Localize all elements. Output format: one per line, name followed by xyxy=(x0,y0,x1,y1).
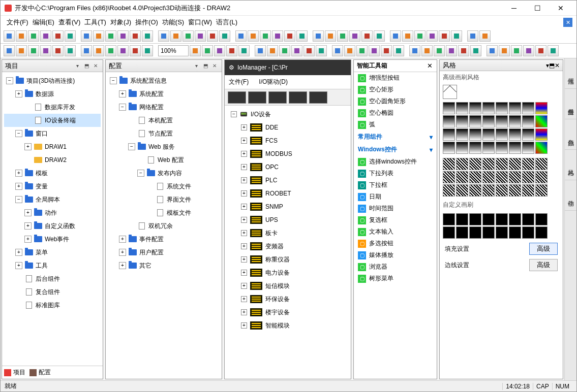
brush-swatch[interactable] xyxy=(496,226,508,239)
toolbox-item[interactable]: ▢下拉列表 xyxy=(354,168,437,179)
tree-item[interactable]: 双机冗余 xyxy=(108,219,220,233)
toolbox-item[interactable]: ▢增强型按钮 xyxy=(354,72,437,84)
toolbox-close-icon[interactable]: ✕ xyxy=(426,62,434,70)
toolbar-button[interactable] xyxy=(434,45,445,56)
toolbar-button[interactable] xyxy=(260,30,271,42)
toolbar-button[interactable] xyxy=(93,45,104,56)
brush-swatch[interactable] xyxy=(496,158,508,170)
io-device-item[interactable]: +板卡 xyxy=(227,226,349,240)
toolbox-item[interactable]: ▢空心椭圆 xyxy=(354,107,437,119)
io-device-item[interactable]: +环保设备 xyxy=(227,292,349,306)
toolbar-button[interactable] xyxy=(332,45,343,56)
brush-swatch[interactable] xyxy=(535,115,548,127)
toolbox-category[interactable]: Windows控件▾ xyxy=(354,143,437,156)
brush-swatch[interactable] xyxy=(469,171,481,183)
brush-swatch[interactable] xyxy=(482,115,495,127)
toolbar-button[interactable] xyxy=(279,45,290,56)
toolbar-button[interactable] xyxy=(548,45,559,56)
brush-swatch[interactable] xyxy=(496,184,508,197)
toolbar-button[interactable] xyxy=(4,45,15,56)
brush-swatch[interactable] xyxy=(509,158,521,170)
toolbar-button[interactable] xyxy=(40,45,51,56)
toolbar-button[interactable] xyxy=(487,45,498,56)
brush-swatch[interactable] xyxy=(469,184,481,197)
tree-item[interactable]: −发布内容 xyxy=(108,167,220,180)
toolbar-button[interactable] xyxy=(219,30,230,42)
brush-swatch[interactable] xyxy=(522,102,534,114)
toolbar-button[interactable] xyxy=(93,30,104,42)
menu-窗口(W)[interactable]: 窗口(W) xyxy=(186,17,214,27)
io-device-item[interactable]: +DDE xyxy=(227,121,349,134)
tree-item[interactable]: +用户配置 xyxy=(108,246,220,259)
toolbar-button[interactable] xyxy=(183,30,194,42)
io-device-item[interactable]: +MODBUS xyxy=(227,147,349,160)
toolbar-button[interactable] xyxy=(142,30,153,42)
io-root[interactable]: −📟I/O设备 xyxy=(227,108,349,121)
brush-swatch[interactable] xyxy=(535,102,548,114)
io-tool-4[interactable] xyxy=(289,91,307,104)
panel-close-icon[interactable]: ✕ xyxy=(92,62,100,70)
tree-item[interactable]: 标准图库 xyxy=(4,299,101,312)
toolbar-button[interactable] xyxy=(511,45,522,56)
menu-工具(T)[interactable]: 工具(T) xyxy=(82,17,108,27)
io-tool-2[interactable] xyxy=(248,91,266,104)
toolbar-button[interactable] xyxy=(170,30,181,42)
toolbar-button[interactable] xyxy=(414,30,426,42)
pin-icon[interactable]: ⬒ xyxy=(201,62,209,70)
side-tab[interactable]: 颜色 xyxy=(565,119,576,150)
brush-swatch[interactable] xyxy=(469,142,481,154)
brush-swatch[interactable] xyxy=(496,142,508,154)
tree-item[interactable]: 节点配置 xyxy=(108,127,220,140)
brush-swatch[interactable] xyxy=(456,213,468,225)
brush-swatch[interactable] xyxy=(443,184,455,197)
toolbar-button[interactable] xyxy=(470,45,481,56)
brush-swatch[interactable] xyxy=(535,171,548,183)
side-tab[interactable]: 属性 xyxy=(565,58,576,89)
tree-item[interactable]: −窗口 xyxy=(4,127,101,140)
brush-swatch[interactable] xyxy=(535,128,548,141)
tree-item[interactable]: −Web 服务 xyxy=(108,140,220,153)
toolbar-button[interactable] xyxy=(214,45,225,56)
toolbox-item[interactable]: ▢弧 xyxy=(354,119,437,130)
toolbar-button[interactable] xyxy=(52,30,64,42)
tree-item[interactable]: +动作 xyxy=(4,206,101,219)
tree-item[interactable]: −网络配置 xyxy=(108,101,220,114)
tree-item[interactable]: +变量 xyxy=(4,180,101,193)
tree-item[interactable]: Web 配置 xyxy=(108,153,220,167)
no-fill-swatch[interactable] xyxy=(443,85,457,99)
brush-swatch[interactable] xyxy=(522,158,534,170)
toolbar-button[interactable] xyxy=(142,45,153,56)
mdi-close-button[interactable]: ✕ xyxy=(563,18,572,27)
fill-advanced-button[interactable]: 高级 xyxy=(529,243,558,255)
brush-swatch[interactable] xyxy=(535,184,548,197)
side-tab[interactable]: 后台组件 xyxy=(565,89,576,119)
brush-swatch[interactable] xyxy=(522,128,534,141)
brush-swatch[interactable] xyxy=(469,128,481,141)
tree-item[interactable]: IO设备终端 xyxy=(4,114,101,127)
io-device-item[interactable]: +称重仪器 xyxy=(227,253,349,266)
tree-item[interactable]: +系统配置 xyxy=(108,87,220,101)
pin-icon[interactable]: ⬒ xyxy=(549,62,555,69)
brush-swatch[interactable] xyxy=(456,226,468,239)
dropdown-icon[interactable]: ▾ xyxy=(73,62,81,70)
toolbar-button[interactable] xyxy=(409,45,420,56)
panel-close-icon[interactable]: ✕ xyxy=(555,62,560,69)
toolbar-button[interactable] xyxy=(344,45,355,56)
toolbar-button[interactable] xyxy=(325,30,336,42)
tree-item[interactable]: 数据库开发 xyxy=(4,101,101,114)
minimize-button[interactable]: ─ xyxy=(502,1,526,16)
toolbar-button[interactable] xyxy=(4,30,15,42)
brush-swatch[interactable] xyxy=(456,128,468,141)
brush-swatch[interactable] xyxy=(509,226,521,239)
brush-swatch[interactable] xyxy=(482,128,495,141)
toolbar-button[interactable] xyxy=(499,45,510,56)
brush-swatch[interactable] xyxy=(522,115,534,127)
toolbar-button[interactable] xyxy=(226,45,237,56)
io-tool-1[interactable] xyxy=(228,91,246,104)
brush-swatch[interactable] xyxy=(469,158,481,170)
toolbar-button[interactable] xyxy=(105,30,116,42)
close-button[interactable]: ✕ xyxy=(549,1,572,16)
brush-swatch[interactable] xyxy=(482,226,495,239)
brush-swatch[interactable] xyxy=(456,102,468,114)
tree-item[interactable]: +自定义函数 xyxy=(4,219,101,233)
